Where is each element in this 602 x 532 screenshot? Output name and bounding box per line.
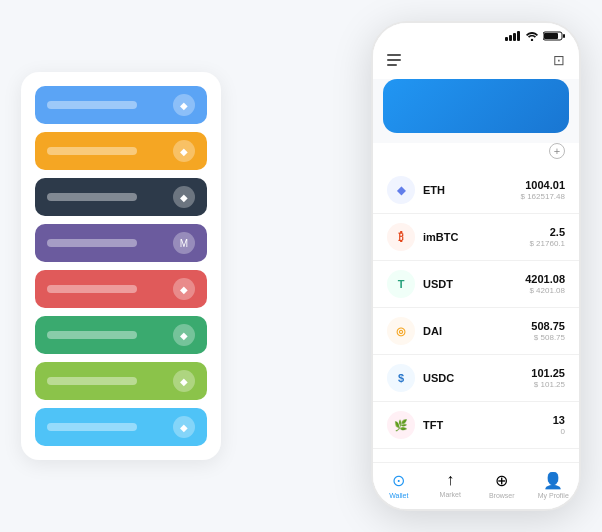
asset-usd: $ 21760.1 — [529, 239, 565, 248]
card-line — [47, 285, 137, 293]
card-line — [47, 193, 137, 201]
asset-values: 2.5 $ 21760.1 — [529, 226, 565, 248]
nav-header: ⊡ — [373, 45, 579, 79]
svg-rect-3 — [563, 34, 565, 38]
asset-amount: 1004.01 — [521, 179, 566, 191]
status-bar — [373, 23, 579, 45]
card-line — [47, 147, 137, 155]
asset-logo-usdt: T — [387, 270, 415, 298]
nav-icon-wallet: ⊙ — [392, 471, 405, 490]
card-item-2[interactable]: ◆ — [35, 178, 207, 216]
eth-balance — [397, 99, 555, 121]
asset-values: 4201.08 $ 4201.08 — [525, 273, 565, 295]
asset-item-dai[interactable]: ◎ DAI 508.75 $ 508.75 — [373, 308, 579, 355]
nav-icon-profile: 👤 — [543, 471, 563, 490]
nav-icon-market: ↑ — [446, 471, 454, 489]
card-line — [47, 101, 137, 109]
asset-info-usdt: USDT — [423, 278, 525, 290]
asset-usd: 0 — [553, 427, 565, 436]
card-line — [47, 239, 137, 247]
card-icon: ◆ — [173, 370, 195, 392]
asset-usd: $ 162517.48 — [521, 192, 566, 201]
asset-logo-imbtc: ₿ — [387, 223, 415, 251]
card-item-5[interactable]: ◆ — [35, 316, 207, 354]
card-line — [47, 377, 137, 385]
menu-icon[interactable] — [387, 51, 405, 69]
status-icons — [505, 31, 565, 41]
qr-icon[interactable]: ⊡ — [553, 52, 565, 68]
card-item-6[interactable]: ◆ — [35, 362, 207, 400]
card-item-1[interactable]: ◆ — [35, 132, 207, 170]
scene: ◆ ◆ ◆ M ◆ ◆ ◆ ◆ — [21, 21, 581, 511]
asset-logo-tft: 🌿 — [387, 411, 415, 439]
card-icon: ◆ — [173, 140, 195, 162]
nav-item-market[interactable]: ↑ Market — [425, 471, 477, 499]
asset-item-tft[interactable]: 🌿 TFT 13 0 — [373, 402, 579, 449]
card-icon: M — [173, 232, 195, 254]
asset-info-eth: ETH — [423, 184, 521, 196]
nav-item-browser[interactable]: ⊕ Browser — [476, 471, 528, 499]
asset-values: 508.75 $ 508.75 — [531, 320, 565, 342]
card-line — [47, 423, 137, 431]
card-item-0[interactable]: ◆ — [35, 86, 207, 124]
eth-card — [383, 79, 569, 133]
card-line — [47, 331, 137, 339]
card-stack: ◆ ◆ ◆ M ◆ ◆ ◆ ◆ — [21, 72, 221, 460]
asset-amount: 13 — [553, 414, 565, 426]
asset-info-tft: TFT — [423, 419, 553, 431]
asset-name: DAI — [423, 325, 531, 337]
nav-label-browser: Browser — [489, 492, 515, 499]
asset-name: USDT — [423, 278, 525, 290]
assets-header: + — [373, 143, 579, 167]
card-icon: ◆ — [173, 94, 195, 116]
asset-amount: 508.75 — [531, 320, 565, 332]
phone-frame: ⊡ + — [371, 21, 581, 511]
asset-name: ETH — [423, 184, 521, 196]
asset-logo-usdc: $ — [387, 364, 415, 392]
nav-label-profile: My Profile — [538, 492, 569, 499]
asset-amount: 4201.08 — [525, 273, 565, 285]
nav-item-wallet[interactable]: ⊙ Wallet — [373, 471, 425, 499]
asset-info-imbtc: imBTC — [423, 231, 529, 243]
card-icon: ◆ — [173, 416, 195, 438]
asset-name: USDC — [423, 372, 531, 384]
nav-icon-browser: ⊕ — [495, 471, 508, 490]
asset-list: ◆ ETH 1004.01 $ 162517.48 ₿ imBTC 2.5 $ … — [373, 167, 579, 462]
asset-item-imbtc[interactable]: ₿ imBTC 2.5 $ 21760.1 — [373, 214, 579, 261]
card-item-4[interactable]: ◆ — [35, 270, 207, 308]
asset-usd: $ 101.25 — [531, 380, 565, 389]
asset-amount: 2.5 — [529, 226, 565, 238]
asset-logo-eth: ◆ — [387, 176, 415, 204]
asset-values: 1004.01 $ 162517.48 — [521, 179, 566, 201]
card-icon: ◆ — [173, 278, 195, 300]
bottom-nav: ⊙ Wallet ↑ Market ⊕ Browser 👤 My Profile — [373, 462, 579, 509]
asset-item-usdt[interactable]: T USDT 4201.08 $ 4201.08 — [373, 261, 579, 308]
nav-label-wallet: Wallet — [389, 492, 408, 499]
asset-usd: $ 508.75 — [531, 333, 565, 342]
svg-rect-2 — [544, 33, 558, 39]
nav-label-market: Market — [440, 491, 461, 498]
asset-info-usdc: USDC — [423, 372, 531, 384]
asset-values: 13 0 — [553, 414, 565, 436]
nav-item-profile[interactable]: 👤 My Profile — [528, 471, 580, 499]
asset-info-dai: DAI — [423, 325, 531, 337]
add-asset-button[interactable]: + — [549, 143, 565, 159]
asset-usd: $ 4201.08 — [525, 286, 565, 295]
asset-item-usdc[interactable]: $ USDC 101.25 $ 101.25 — [373, 355, 579, 402]
card-icon: ◆ — [173, 324, 195, 346]
asset-logo-dai: ◎ — [387, 317, 415, 345]
card-item-3[interactable]: M — [35, 224, 207, 262]
asset-values: 101.25 $ 101.25 — [531, 367, 565, 389]
asset-name: TFT — [423, 419, 553, 431]
asset-item-eth[interactable]: ◆ ETH 1004.01 $ 162517.48 — [373, 167, 579, 214]
asset-name: imBTC — [423, 231, 529, 243]
card-item-7[interactable]: ◆ — [35, 408, 207, 446]
asset-amount: 101.25 — [531, 367, 565, 379]
card-icon: ◆ — [173, 186, 195, 208]
svg-point-0 — [531, 38, 533, 40]
